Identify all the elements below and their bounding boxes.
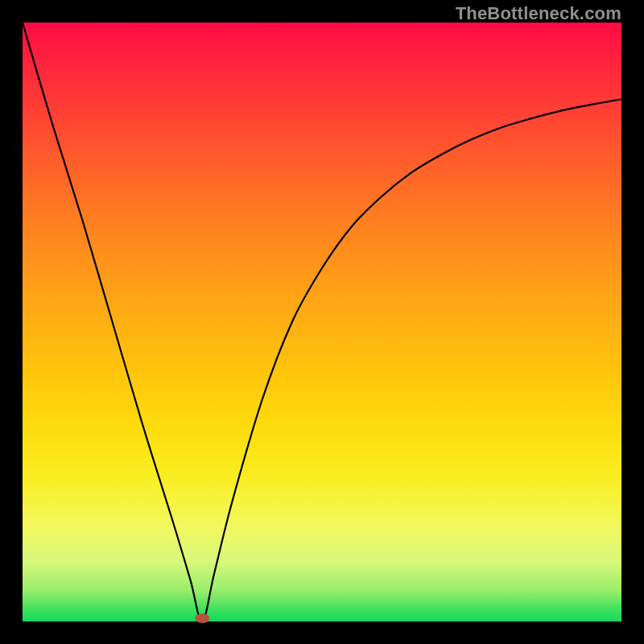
chart-frame: TheBottleneck.com [0,0,644,644]
minimum-marker [195,613,209,623]
watermark-text: TheBottleneck.com [456,3,621,24]
bottleneck-curve [23,23,621,621]
curve-svg [23,23,621,621]
